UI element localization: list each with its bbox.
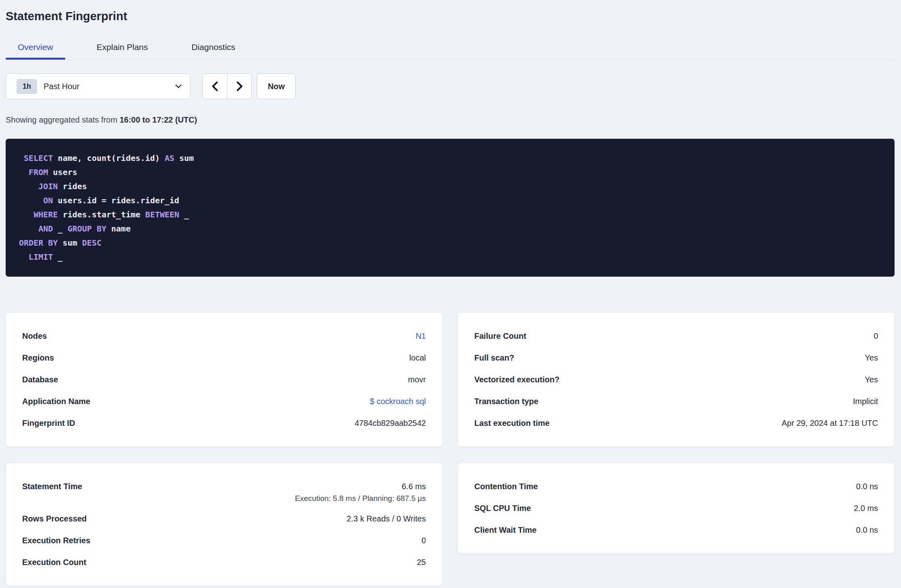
row-value: 0.0 ns [856,525,878,535]
card-execution-attributes: Failure Count0Full scan?YesVectorized ex… [458,312,895,447]
row-label: Vectorized execution? [474,375,569,384]
card-row: Vectorized execution?Yes [474,369,878,390]
card-row: NodesN1 [22,325,426,347]
chevron-down-icon [175,84,182,88]
tab-explain-plans[interactable]: Explain Plans [85,42,160,59]
row-label: Client Wait Time [474,525,546,535]
row-label: Contention Time [474,482,547,491]
time-prev-button[interactable] [203,74,227,99]
card-statement-times: Statement Time6.6 msExecution: 5.8 ms / … [6,463,442,586]
card-row: Application Name$ cockroach sql [22,390,426,412]
row-value: 2.3 k Reads / 0 Writes [347,514,426,523]
sql-statement: SELECT name, count(rides.id) AS sum FROM… [6,139,895,277]
card-statement-details: NodesN1RegionslocalDatabasemovrApplicati… [6,312,442,447]
card-row: Client Wait Time0.0 ns [474,519,878,541]
time-range-dropdown[interactable]: 1h Past Hour [6,73,190,99]
row-label: Failure Count [474,332,536,341]
row-value: Yes [865,353,878,363]
card-row: Rows Processed2.3 k Reads / 0 Writes [22,508,426,530]
card-row: Execution Count25 [22,551,426,573]
chevron-left-icon [211,81,219,92]
row-value: Apr 29, 2024 at 17:18 UTC [782,419,878,428]
row-label: Execution Retries [22,536,100,545]
chevron-right-icon [236,81,243,92]
row-value: 4784cb829aab2542 [355,419,426,428]
aggregated-stats-text: Showing aggregated stats from 16:00 to 1… [6,115,895,125]
row-value: 25 [417,558,426,567]
row-value-link[interactable]: N1 [415,332,426,341]
card-row: Transaction typeImplicit [474,390,878,412]
sql-line: FROM users [19,165,881,179]
tab-diagnostics[interactable]: Diagnostics [179,42,248,59]
time-next-button[interactable] [227,74,251,99]
card-row: Failure Count0 [474,325,878,347]
card-row: Contention Time0.0 ns [474,475,878,497]
sql-line: LIMIT _ [19,250,881,264]
row-value: 0.0 ns [856,482,878,491]
sql-line: ORDER BY sum DESC [19,236,881,250]
time-controls: 1h Past Hour Now [6,73,895,99]
row-value: 2.0 ms [854,504,878,513]
row-label: Regions [22,353,64,363]
row-value: 0 [874,332,878,341]
time-range-badge: 1h [17,79,37,94]
now-button[interactable]: Now [257,73,296,99]
time-range-label: Past Hour [44,82,79,91]
tab-overview[interactable]: Overview [6,42,65,59]
card-row: Regionslocal [22,347,426,369]
card-row: Last execution timeApr 29, 2024 at 17:18… [474,412,878,434]
row-value: Yes [865,375,878,384]
stats-prefix: Showing aggregated stats from [6,115,119,124]
card-row: Full scan?Yes [474,347,878,369]
card-wait-times: Contention Time0.0 nsSQL CPU Time2.0 msC… [458,463,895,554]
sql-line: JOIN rides [19,179,881,194]
cards-grid: NodesN1RegionslocalDatabasemovrApplicati… [6,312,895,586]
row-label: Last execution time [474,419,559,428]
sql-line: WHERE rides.start_time BETWEEN _ [19,208,881,222]
time-step-buttons [202,73,252,99]
card-row: SQL CPU Time2.0 ms [474,497,878,519]
row-label: Fingerprint ID [22,419,85,428]
row-label: Statement Time [22,482,92,491]
sql-line: ON users.id = rides.rider_id [19,194,881,208]
row-value: local [409,353,426,363]
row-label: Transaction type [474,397,548,406]
row-value: movr [408,375,426,384]
stats-range: 16:00 to 17:22 (UTC) [119,115,197,124]
row-value: 6.6 ms [402,482,426,491]
row-value: Implicit [853,397,878,406]
statement-fingerprint-page: Statement Fingerprint OverviewExplain Pl… [0,10,901,586]
row-label: Full scan? [474,353,524,363]
row-label: Execution Count [22,558,96,567]
card-row: Databasemovr [22,369,426,390]
card-row: Execution Retries0 [22,530,426,551]
row-label: SQL CPU Time [474,504,540,513]
row-value-link[interactable]: $ cockroach sql [370,397,426,406]
row-label: Database [22,375,68,384]
row-value: 0 [421,536,426,545]
tabs: OverviewExplain PlansDiagnostics [6,42,895,60]
row-label: Nodes [22,332,56,341]
row-subvalue: Execution: 5.8 ms / Planning: 687.5 µs [22,494,426,508]
row-label: Application Name [22,397,100,406]
card-row: Fingerprint ID4784cb829aab2542 [22,412,426,434]
sql-line: SELECT name, count(rides.id) AS sum [19,151,881,165]
row-label: Rows Processed [22,514,96,523]
page-title: Statement Fingerprint [6,10,895,23]
sql-line: AND _ GROUP BY name [19,222,881,236]
